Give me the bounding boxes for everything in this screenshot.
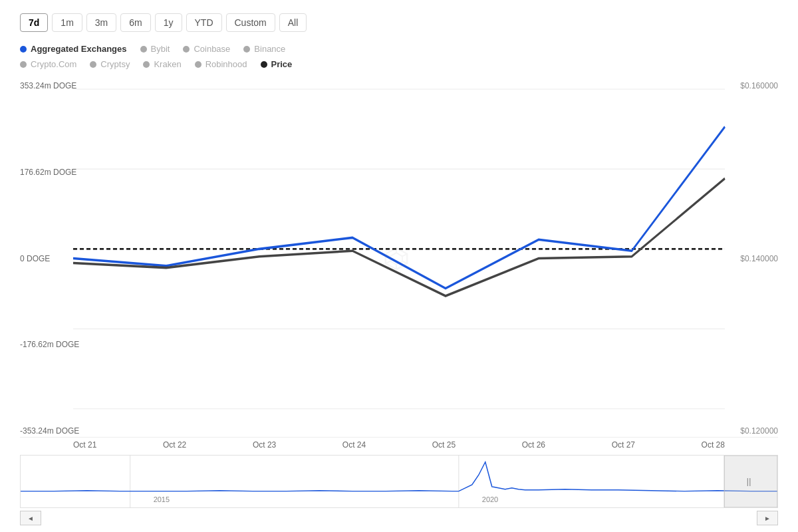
time-btn-ytd[interactable]: YTD xyxy=(186,13,222,32)
time-btn-7d[interactable]: 7d xyxy=(20,13,48,32)
time-btn-3m[interactable]: 3m xyxy=(86,13,116,32)
legend-item-kraken[interactable]: Kraken xyxy=(143,59,181,69)
main-container: 7d1m3m6m1yYTDCustomAll Aggregated Exchan… xyxy=(0,0,798,532)
svg-text:2020: 2020 xyxy=(482,495,498,503)
chart-area: 353.24m DOGE176.62m DOGE0 DOGE-176.62m D… xyxy=(20,80,778,525)
legend-label: Binance xyxy=(254,44,285,54)
legend-dot xyxy=(261,61,267,68)
time-btn-1m[interactable]: 1m xyxy=(52,13,82,32)
time-btn-6m[interactable]: 6m xyxy=(120,13,150,32)
legend-item-binance[interactable]: Binance xyxy=(243,44,285,54)
legend-item-bybit[interactable]: Bybit xyxy=(140,44,170,54)
legend-dot xyxy=(20,61,27,68)
aggregated-exchanges-line xyxy=(73,127,725,289)
legend-item-robinhood[interactable]: Robinhood xyxy=(195,59,247,69)
legend-label: Crypto.Com xyxy=(31,59,76,69)
mini-nav: ◄ ► xyxy=(20,511,778,525)
legend-item-crypto-com[interactable]: Crypto.Com xyxy=(20,59,76,69)
legend-label: Price xyxy=(271,59,293,69)
x-axis-label-3: Oct 24 xyxy=(342,440,366,450)
legend-label: Bybit xyxy=(151,44,170,54)
x-axis: Oct 21Oct 22Oct 23Oct 24Oct 25Oct 26Oct … xyxy=(20,438,778,450)
x-axis-label-6: Oct 27 xyxy=(612,440,635,450)
legend-label: Kraken xyxy=(154,59,181,69)
time-btn-1y[interactable]: 1y xyxy=(155,13,182,32)
nav-right-arrow[interactable]: ► xyxy=(757,511,778,525)
legend-label: Cryptsy xyxy=(100,59,130,69)
legend-dot xyxy=(183,46,190,53)
legend-item-price[interactable]: Price xyxy=(261,59,293,69)
legend-dot xyxy=(195,61,201,68)
svg-text:2015: 2015 xyxy=(154,495,170,503)
x-axis-label-7: Oct 28 xyxy=(702,440,725,450)
x-axis-label-4: Oct 25 xyxy=(432,440,456,450)
legend-dot xyxy=(20,46,27,53)
x-axis-label-1: Oct 22 xyxy=(163,440,186,450)
legend-dot xyxy=(140,46,147,53)
chart-svg xyxy=(20,80,778,437)
x-axis-label-0: Oct 21 xyxy=(73,440,96,450)
svg-rect-14 xyxy=(21,456,777,507)
mini-chart[interactable]: || 2015 2020 xyxy=(20,455,778,508)
legend-item-aggregated-exchanges[interactable]: Aggregated Exchanges xyxy=(20,44,127,54)
svg-text:||: || xyxy=(746,475,751,486)
nav-left-arrow[interactable]: ◄ xyxy=(20,511,41,525)
legend-dot xyxy=(243,46,250,53)
legend-label: Aggregated Exchanges xyxy=(31,44,127,54)
main-chart: 353.24m DOGE176.62m DOGE0 DOGE-176.62m D… xyxy=(20,80,778,438)
legend-dot xyxy=(143,61,150,68)
legend-item-coinbase[interactable]: Coinbase xyxy=(183,44,230,54)
legend-dot xyxy=(90,61,96,68)
time-btn-all[interactable]: All xyxy=(279,13,307,32)
legend-label: Coinbase xyxy=(194,44,230,54)
x-axis-label-2: Oct 23 xyxy=(253,440,276,450)
legend-item-cryptsy[interactable]: Cryptsy xyxy=(90,59,130,69)
legend-label: Robinhood xyxy=(205,59,247,69)
x-axis-label-5: Oct 26 xyxy=(522,440,545,450)
price-line xyxy=(73,178,725,296)
time-btn-custom[interactable]: Custom xyxy=(226,13,275,32)
time-range-selector: 7d1m3m6m1yYTDCustomAll xyxy=(20,13,778,32)
chart-legend: Aggregated ExchangesBybitCoinbaseBinance… xyxy=(20,44,778,69)
